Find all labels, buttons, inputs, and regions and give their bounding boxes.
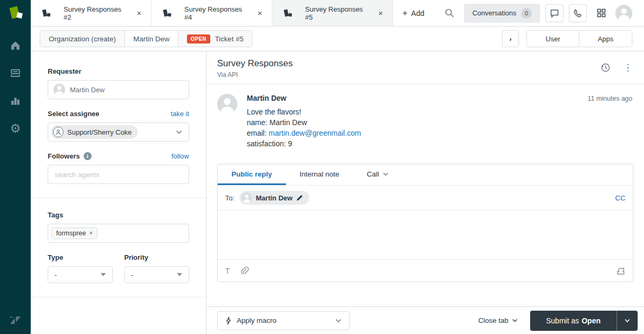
chat-button[interactable] xyxy=(545,4,564,22)
ticket-tab-2[interactable]: Survey Responses #2 × xyxy=(31,0,151,26)
recipient-pill[interactable]: Martin Dew xyxy=(239,191,309,205)
panel-divider xyxy=(31,198,206,198)
remove-tag-icon[interactable]: × xyxy=(89,230,93,237)
ticket-title: Survey Responses xyxy=(217,58,293,69)
apply-macro-label: Apply macro xyxy=(237,317,276,324)
tab-subtitle: #4 xyxy=(184,13,254,21)
breadcrumb-user[interactable]: Martin Dew xyxy=(125,31,178,47)
close-tab-icon[interactable]: × xyxy=(375,7,386,19)
stamp-apps-icon[interactable] xyxy=(616,266,625,276)
kebab-menu-icon[interactable]: ⋮ xyxy=(623,64,632,72)
attachment-paperclip-icon[interactable] xyxy=(240,266,249,276)
to-label: To: xyxy=(225,194,235,202)
message-timestamp: 11 minutes ago xyxy=(587,95,633,102)
ticket-tab-bar: Survey Responses #2 × Survey Responses #… xyxy=(31,0,644,27)
submit-status: Open xyxy=(582,317,601,325)
phone-button[interactable] xyxy=(569,4,587,22)
follow-link[interactable]: follow xyxy=(172,152,189,160)
zendesk-relay-logo[interactable] xyxy=(0,0,31,27)
cc-link[interactable]: CC xyxy=(615,194,626,202)
submit-as-open-button[interactable]: Submit as Open xyxy=(530,311,616,331)
priority-label: Priority xyxy=(124,253,149,261)
message-author[interactable]: Martin Dew xyxy=(247,94,287,102)
context-panel-tabs: User Apps xyxy=(526,30,632,47)
close-tab-dropdown[interactable]: Close tab xyxy=(478,317,517,324)
recipient-avatar xyxy=(241,192,252,203)
add-tab-button[interactable]: + Add xyxy=(393,0,434,26)
composer-tabs: Public reply Internal note Call xyxy=(218,164,633,186)
message-line: Love the flavors! xyxy=(247,107,633,117)
conversations-button[interactable]: Conversations 0 xyxy=(464,4,540,23)
admin-gear-icon[interactable]: ⚙ xyxy=(9,122,22,135)
user-avatar[interactable] xyxy=(615,5,632,22)
requester-value: Martin Dew xyxy=(70,86,105,94)
ticket-tab-4[interactable]: Survey Responses #4 × xyxy=(151,0,272,26)
ticket-product-icon xyxy=(284,8,293,19)
tab-internal-note[interactable]: Internal note xyxy=(286,164,353,185)
tab-call[interactable]: Call xyxy=(353,164,402,185)
close-tab-icon[interactable]: × xyxy=(254,7,265,19)
recipient-row: To: Martin Dew CC xyxy=(218,186,633,210)
submit-button-group: Submit as Open xyxy=(530,311,638,331)
tab-title: Survey Responses xyxy=(305,5,375,13)
home-icon[interactable] xyxy=(9,39,22,52)
tab-user[interactable]: User xyxy=(527,31,579,47)
breadcrumb-ticket[interactable]: OPEN Ticket #5 xyxy=(178,31,252,47)
close-tab-icon[interactable]: × xyxy=(133,7,145,19)
assignee-select[interactable]: Support/Sherry Coke xyxy=(48,122,189,142)
assignee-value: Support/Sherry Coke xyxy=(67,128,131,136)
text-format-icon[interactable]: T xyxy=(225,266,230,275)
priority-value: - xyxy=(131,271,133,279)
views-icon[interactable] xyxy=(9,67,22,80)
tab-subtitle: #2 xyxy=(64,13,133,21)
reporting-icon[interactable] xyxy=(9,94,22,107)
chevron-down-icon xyxy=(176,130,182,134)
product-sidebar: ⚙ xyxy=(0,0,31,334)
followers-search-input[interactable] xyxy=(48,165,189,184)
tags-field[interactable]: formspree × xyxy=(48,224,189,243)
ticket-main: Survey Responses Via API ⋮ Martin Dew xyxy=(207,51,644,334)
edit-pencil-icon xyxy=(296,195,303,201)
type-label: Type xyxy=(48,253,63,261)
tab-title: Survey Responses xyxy=(64,5,133,13)
reply-composer: Public reply Internal note Call To: Mart… xyxy=(217,164,633,282)
tag-formspree: formspree × xyxy=(51,227,97,239)
collapse-panel-button[interactable]: › xyxy=(502,30,519,47)
take-it-link[interactable]: take it xyxy=(171,110,189,118)
ticket-footer: Apply macro Close tab Submit as Open xyxy=(207,306,644,334)
conversations-label: Conversations xyxy=(472,9,516,17)
apply-macro-button[interactable]: Apply macro xyxy=(217,311,350,330)
search-icon[interactable] xyxy=(444,8,454,18)
submit-options-caret[interactable] xyxy=(616,311,638,331)
events-history-icon[interactable] xyxy=(601,63,611,73)
zendesk-logomark xyxy=(9,314,22,327)
apps-grid-icon[interactable] xyxy=(592,4,610,22)
tab-title: Survey Responses xyxy=(184,5,254,13)
message: Martin Dew 11 minutes ago Love the flavo… xyxy=(217,94,633,149)
requester-field[interactable]: Martin Dew xyxy=(48,80,189,99)
tags-label: Tags xyxy=(48,211,63,219)
macro-bolt-icon xyxy=(225,317,231,325)
info-icon[interactable]: i xyxy=(84,152,92,160)
ticket-tab-5-active[interactable]: Survey Responses #5 × xyxy=(272,0,393,26)
type-select[interactable]: - xyxy=(48,266,113,283)
email-link[interactable]: martin.dew@greenmail.com xyxy=(269,129,361,137)
priority-select[interactable]: - xyxy=(124,266,190,283)
followers-label: Followers i xyxy=(48,152,92,160)
requester-avatar xyxy=(53,84,65,95)
requester-label: Requester xyxy=(48,67,82,75)
chat-bubble-icon xyxy=(550,8,559,18)
breadcrumb: Organization (create) Martin Dew OPEN Ti… xyxy=(40,30,253,47)
tab-public-reply[interactable]: Public reply xyxy=(218,164,286,185)
composer-toolbar: T xyxy=(218,259,633,282)
ticket-product-icon xyxy=(163,8,173,19)
chevron-down-icon xyxy=(624,319,630,323)
caret-down-icon xyxy=(177,273,182,276)
reply-text-area[interactable] xyxy=(218,210,633,259)
recipient-name: Martin Dew xyxy=(256,194,292,202)
ticket-channel: Via API xyxy=(217,71,293,78)
breadcrumb-organization[interactable]: Organization (create) xyxy=(40,31,125,47)
caret-down-icon xyxy=(101,273,106,276)
tab-apps[interactable]: Apps xyxy=(579,31,632,47)
panel-divider xyxy=(31,297,206,297)
